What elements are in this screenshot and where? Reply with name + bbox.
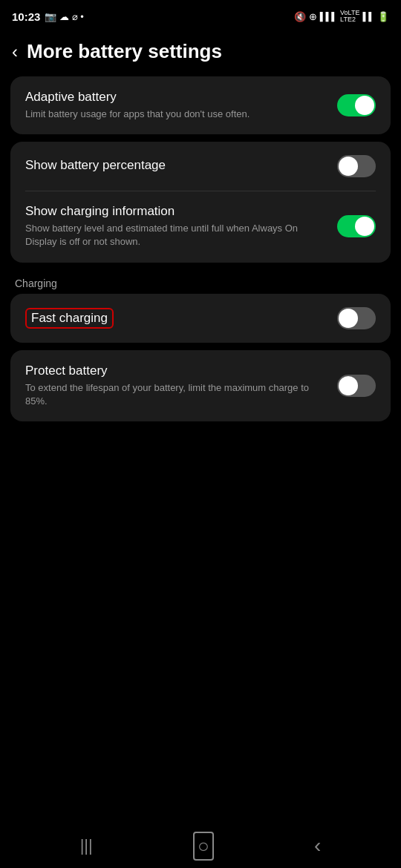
charging-section-label-wrapper: Charging Fast charging [10, 270, 391, 343]
display-card: Show battery percentage Show charging in… [10, 142, 391, 262]
signal-icon: ▌▌▌ [320, 12, 337, 21]
status-bar: 10:23 📷 ☁ ⌀ • 🔇 ⊕ ▌▌▌ VoLTELTE2 ▌▌ 🔋 [0, 0, 401, 30]
battery-icon: 🔋 [377, 11, 389, 22]
recents-button[interactable]: ||| [80, 836, 93, 855]
signal2-icon: ▌▌ [362, 12, 374, 21]
status-icons: 🔇 ⊕ ▌▌▌ VoLTELTE2 ▌▌ 🔋 [294, 10, 389, 23]
adaptive-battery-desc: Limit battery usage for apps that you do… [25, 108, 325, 121]
adaptive-battery-item: Adaptive battery Limit battery usage for… [10, 76, 391, 134]
fast-charging-card: Fast charging [10, 294, 391, 343]
settings-content: Adaptive battery Limit battery usage for… [0, 76, 401, 421]
protect-battery-title: Protect battery [25, 364, 325, 378]
fast-charging-title: Fast charging [31, 311, 108, 325]
show-charging-info-toggle[interactable] [337, 215, 376, 237]
home-button[interactable]: ○ [193, 832, 214, 861]
back-nav-button[interactable]: ‹ [314, 834, 321, 858]
show-charging-info-item: Show charging information Show battery l… [10, 191, 391, 262]
adaptive-battery-text: Adaptive battery Limit battery usage for… [25, 90, 337, 121]
fast-charging-toggle[interactable] [337, 307, 376, 329]
back-button[interactable]: ‹ [12, 42, 18, 62]
page-title: More battery settings [27, 40, 222, 63]
wifi-icon: ⊕ [309, 11, 317, 22]
protect-battery-toggle[interactable] [337, 375, 376, 397]
show-charging-info-desc: Show battery level and estimated time un… [25, 222, 325, 249]
navigation-bar: ||| ○ ‹ [0, 823, 401, 868]
protect-battery-card: Protect battery To extend the lifespan o… [10, 350, 391, 421]
mute-icon: 🔇 [294, 11, 306, 22]
show-battery-percentage-toggle[interactable] [337, 155, 376, 177]
notification-icons: 📷 ☁ ⌀ • [45, 11, 83, 22]
show-charging-info-text: Show charging information Show battery l… [25, 204, 337, 249]
protect-battery-text: Protect battery To extend the lifespan o… [25, 364, 337, 408]
lte-label: VoLTELTE2 [340, 10, 359, 23]
page-header: ‹ More battery settings [0, 30, 401, 76]
show-battery-percentage-title: Show battery percentage [25, 158, 325, 173]
show-battery-percentage-item: Show battery percentage [10, 142, 391, 191]
fast-charging-highlight: Fast charging [25, 308, 114, 329]
charging-section-label: Charging [10, 270, 391, 294]
protect-battery-desc: To extend the lifespan of your battery, … [25, 381, 325, 408]
status-time: 10:23 [12, 10, 40, 23]
adaptive-battery-card: Adaptive battery Limit battery usage for… [10, 76, 391, 134]
fast-charging-text: Fast charging [25, 308, 337, 329]
adaptive-battery-title: Adaptive battery [25, 90, 325, 105]
adaptive-battery-toggle[interactable] [337, 94, 376, 116]
show-charging-info-title: Show charging information [25, 204, 325, 219]
status-left: 10:23 📷 ☁ ⌀ • [12, 10, 84, 23]
fast-charging-item: Fast charging [10, 294, 391, 343]
show-battery-percentage-text: Show battery percentage [25, 158, 337, 174]
protect-battery-item: Protect battery To extend the lifespan o… [10, 350, 391, 421]
